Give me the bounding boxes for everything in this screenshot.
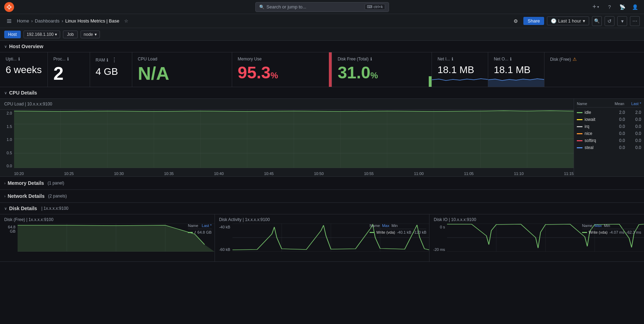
breadcrumb-sep-2: › [62, 18, 63, 24]
nice-color [577, 133, 582, 134]
host-overview-collapse-icon: ∨ [4, 44, 7, 49]
svg-marker-26 [14, 111, 574, 168]
nav-right: + ▾ ? 📡 👤 [589, 2, 640, 12]
memory-title: Memory Details [8, 180, 44, 186]
disk-free-panel-title: Disk (Free) | 1x.x.x.x:9100 [0, 217, 215, 223]
cpu-y-axis: 2.0 1.5 1.0 0.5 0.0 [0, 110, 14, 176]
host-filter-value[interactable]: 192.168.1.100 ▾ [24, 31, 60, 38]
user-button[interactable]: 👤 [630, 2, 640, 12]
share-button[interactable]: Share [523, 17, 544, 25]
network-panel-count: (2 panels) [48, 194, 67, 199]
idle-color [577, 112, 582, 113]
cpu-details-title: CPU Details [9, 90, 37, 96]
net-in-title: Net I... ℹ [438, 57, 482, 61]
favorite-icon[interactable]: ☆ [124, 18, 128, 24]
disk-free-legend-color [188, 232, 193, 233]
network-title: Network Details [8, 193, 45, 199]
cpu-legend: Name Mean Last * idle 2.0 2.0 iowait 0.0… [574, 99, 644, 176]
news-button[interactable]: 📡 [617, 2, 627, 12]
dashboard-settings-button[interactable]: ⚙ [511, 16, 521, 26]
disk-activity-legend-row: Write (vda) -40.1 kB -123 kB [370, 230, 426, 234]
network-details-section[interactable]: › Network Details (2 panels) [0, 190, 644, 203]
disk-io-legend-color [582, 232, 587, 233]
memory-use-card: Memory Use 95.3% [232, 52, 332, 87]
main-content: ∨ Host Overview Upti... ℹ 6 weeks Proc..… [0, 41, 644, 262]
host-overview-section-header[interactable]: ∨ Host Overview [0, 41, 644, 52]
cpu-details-collapse-icon: ∨ [4, 91, 7, 95]
search-icon: 🔍 [259, 5, 264, 9]
cpu-chart-title: CPU Load | 10.x.x.x:9100 [0, 99, 574, 110]
processes-info-icon[interactable]: ℹ [67, 57, 69, 61]
disk-activity-legend: Name Max Min Write (vda) -40.1 kB -123 k… [370, 223, 426, 234]
host-filter-label[interactable]: Host [4, 31, 21, 38]
search-placeholder: Search or jump to... [267, 4, 306, 9]
memory-details-section[interactable]: › Memory Details (1 panel) [0, 177, 644, 190]
toolbar-right: ⚙ Share 🕐 Last 1 hour ▾ 🔍 ↺ ▾ ⋯ [511, 16, 640, 26]
uptime-info-icon[interactable]: ℹ [18, 57, 20, 61]
legend-header: Name Mean Last * [577, 102, 641, 108]
help-button[interactable]: ? [605, 2, 614, 12]
net-in-card: Net I... ℹ 18.1 MB [432, 52, 488, 87]
disk-activity-panel-title: Disk Activity | 1x.x.x.x:9100 [215, 217, 429, 223]
memory-use-title: Memory Use [238, 57, 326, 61]
breadcrumb-sep-1: › [31, 18, 33, 24]
breadcrumb-home[interactable]: Home [17, 18, 29, 24]
iowait-color [577, 119, 582, 120]
disk-io-legend: Name Max Min Write (vda) -4.07 ms -62.3 … [582, 223, 641, 234]
ram-menu-icon[interactable]: ⋮ [110, 57, 119, 63]
cpu-load-value: N/A [138, 64, 226, 83]
disk-io-panel-title: Disk IO | 10.x.x.x:9100 [429, 217, 644, 223]
search-shortcut-icon: ⌨ [367, 5, 372, 9]
settings-icon: ⚙ [514, 18, 518, 24]
disk-free-legend-row: / 64.8 GB [188, 230, 211, 234]
search-bar[interactable]: 🔍 Search or jump to... ⌨ ctrl+k [255, 2, 389, 12]
cpu-x-axis: 10:20 10:25 10:30 10:35 10:40 10:45 10:5… [14, 171, 574, 176]
search-shortcut: ⌨ ctrl+k [365, 4, 385, 10]
chevron-icon: ▾ [597, 5, 599, 9]
chevron-down-icon-4: ▾ [95, 32, 97, 37]
add-button[interactable]: + ▾ [589, 2, 602, 12]
breadcrumb-dashboards[interactable]: Dashboards [35, 18, 59, 24]
more-icon: ⋯ [632, 18, 637, 24]
cpu-chart-container: 2.0 1.5 1.0 0.5 0.0 [0, 110, 574, 176]
disk-activity-legend-color [370, 232, 375, 233]
net-out-title: Net O... ℹ [494, 57, 538, 61]
zoom-out-button[interactable]: 🔍 [592, 16, 602, 26]
net-out-info-icon[interactable]: ℹ [510, 57, 512, 61]
refresh-options-button[interactable]: ▾ [617, 16, 627, 26]
more-options-button[interactable]: ⋯ [630, 16, 640, 26]
disk-details-section-header[interactable]: ∨ Disk Details | 1x.x.x.x:9100 [0, 203, 644, 214]
disk-activity-panel: Disk Activity | 1x.x.x.x:9100 -40 kB -60… [215, 214, 430, 261]
toolbar: Home › Dashboards › Linux Hosts Metrics … [0, 14, 644, 28]
processes-value: 2 [53, 64, 84, 83]
ram-info-icon[interactable]: ℹ [107, 58, 108, 63]
node-filter-value[interactable]: node ▾ [81, 31, 100, 38]
legend-row-idle: idle 2.0 2.0 [577, 109, 641, 116]
disk-free-info-icon[interactable]: ℹ [370, 57, 372, 61]
host-overview-title: Host Overview [9, 44, 43, 49]
breadcrumb: Home › Dashboards › Linux Hosts Metrics … [17, 18, 119, 24]
cpu-load-card: CPU Load N/A [132, 52, 232, 87]
disk-activity-y-axis: -40 kB -60 kB [215, 223, 232, 259]
job-filter-label[interactable]: Job [63, 31, 77, 38]
cpu-details-section-header[interactable]: ∨ CPU Details [0, 87, 644, 99]
chevron-down-icon: ▾ [583, 18, 585, 24]
refresh-button[interactable]: ↺ [605, 16, 614, 26]
chevron-down-icon-3: ▾ [55, 32, 57, 37]
cpu-load-title: CPU Load [138, 57, 226, 61]
disk-free-plot [18, 223, 215, 259]
legend-row-iowait: iowait 0.0 0.0 [577, 116, 641, 123]
disk-io-legend-row: Write (vda) -4.07 ms -62.3 ms [582, 230, 641, 234]
warning-icon: ⚠ [573, 57, 577, 62]
net-in-info-icon[interactable]: ℹ [452, 57, 453, 61]
disk-free-card: Disk (Free) ⚠ [544, 52, 644, 87]
disk-free-y-axis: 64.8 GB [0, 223, 18, 259]
top-nav: 🔍 Search or jump to... ⌨ ctrl+k + ▾ ? 📡 … [0, 0, 644, 14]
time-range-button[interactable]: 🕐 Last 1 hour ▾ [547, 17, 589, 25]
disk-free-chart: 64.8 GB [0, 223, 215, 259]
disk-charts-row: Disk (Free) | 1x.x.x.x:9100 64.8 GB [0, 214, 644, 262]
legend-row-nice: nice 0.0 0.0 [577, 130, 641, 137]
hamburger-button[interactable] [4, 16, 14, 26]
processes-card: Proc... ℹ 2 [48, 52, 90, 87]
processes-title: Proc... ℹ [53, 57, 84, 61]
